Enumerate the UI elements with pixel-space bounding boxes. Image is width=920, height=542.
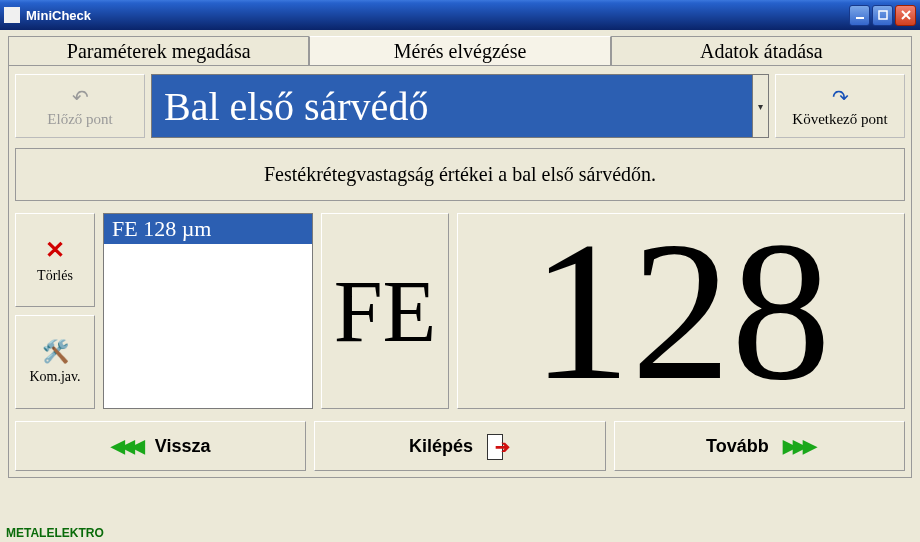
x-icon: ✕: [45, 236, 65, 264]
close-button[interactable]: [895, 5, 916, 26]
svg-rect-1: [879, 11, 887, 19]
material-display: FE: [321, 213, 449, 409]
forward-label: Tovább: [706, 436, 769, 457]
comm-fix-button[interactable]: 🛠️ Kom.jav.: [15, 315, 95, 409]
tab-params[interactable]: Paraméterek megadása: [8, 36, 309, 65]
back-button[interactable]: ◀◀◀ Vissza: [15, 421, 306, 471]
forward-button[interactable]: Tovább ▶▶▶: [614, 421, 905, 471]
tab-content: ↶ Előző pont Bal első sárvédő ▾ ↷ Követk…: [8, 66, 912, 478]
measurement-list[interactable]: FE 128 µm: [103, 213, 313, 409]
maximize-button[interactable]: [872, 5, 893, 26]
delete-button[interactable]: ✕ Törlés: [15, 213, 95, 307]
part-dropdown[interactable]: Bal első sárvédő ▾: [151, 74, 769, 138]
app-icon: [4, 7, 20, 23]
exit-icon: [487, 434, 511, 458]
next-point-button[interactable]: ↷ Következő pont: [775, 74, 905, 138]
info-bar: Festékrétegvastagság értékei a bal első …: [15, 148, 905, 201]
undo-icon: ↶: [72, 85, 89, 109]
prev-point-label: Előző pont: [47, 111, 112, 128]
chevron-down-icon[interactable]: ▾: [753, 74, 769, 138]
exit-button[interactable]: Kilépés: [314, 421, 605, 471]
value-display: 128: [457, 213, 905, 409]
titlebar: MiniCheck: [0, 0, 920, 30]
tab-measure[interactable]: Mérés elvégzése: [309, 36, 610, 65]
footer-brand: METALELEKTRO: [6, 526, 104, 540]
back-label: Vissza: [155, 436, 211, 457]
tab-data[interactable]: Adatok átadása: [611, 36, 912, 65]
window-title: MiniCheck: [26, 8, 849, 23]
triangle-right-icon: ▶▶▶: [783, 435, 813, 457]
list-item[interactable]: FE 128 µm: [104, 214, 312, 244]
tools-icon: 🛠️: [42, 339, 69, 365]
svg-rect-0: [856, 17, 864, 19]
triangle-left-icon: ◀◀◀: [111, 435, 141, 457]
prev-point-button[interactable]: ↶ Előző pont: [15, 74, 145, 138]
next-point-label: Következő pont: [792, 111, 887, 128]
part-name: Bal első sárvédő: [151, 74, 753, 138]
minimize-button[interactable]: [849, 5, 870, 26]
redo-icon: ↷: [832, 85, 849, 109]
exit-label: Kilépés: [409, 436, 473, 457]
delete-label: Törlés: [37, 268, 73, 284]
tab-bar: Paraméterek megadása Mérés elvégzése Ada…: [8, 36, 912, 66]
comm-label: Kom.jav.: [29, 369, 80, 385]
